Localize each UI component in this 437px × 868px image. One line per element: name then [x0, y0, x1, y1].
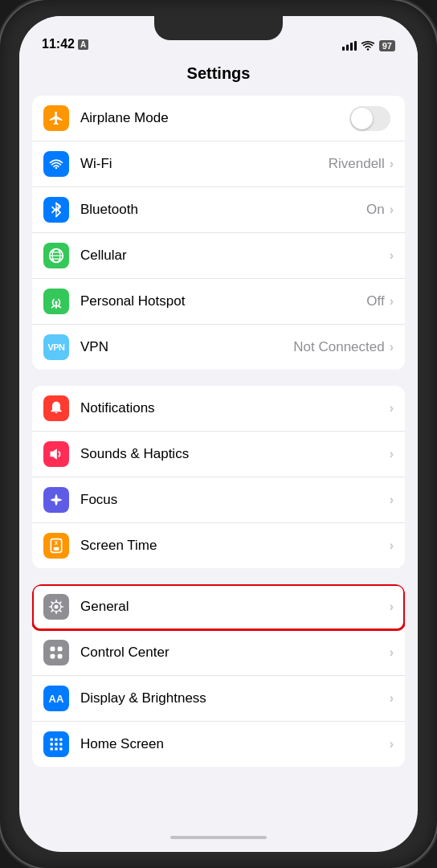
svg-rect-19 [58, 654, 63, 659]
hotspot-label: Personal Hotspot [80, 293, 366, 309]
wifi-icon-wrap [43, 151, 69, 177]
airplane-icon [48, 110, 64, 126]
row-homescreen[interactable]: Home Screen › [32, 722, 405, 767]
svg-rect-0 [342, 47, 345, 51]
signal-icon [342, 41, 357, 51]
section-connectivity: Airplane Mode Wi-Fi Rivendell › [32, 96, 405, 370]
sounds-icon [48, 446, 64, 462]
homescreen-icon [48, 736, 64, 752]
lock-icon: A [78, 39, 88, 50]
row-cellular[interactable]: Cellular › [32, 233, 405, 279]
svg-rect-21 [55, 739, 57, 741]
home-indicator-area [19, 836, 418, 845]
svg-rect-3 [354, 41, 357, 51]
display-chevron: › [390, 691, 394, 706]
svg-rect-17 [58, 647, 63, 652]
wifi-value: Rivendell [329, 156, 385, 172]
toggle-thumb [351, 108, 373, 129]
hotspot-value: Off [366, 293, 384, 309]
svg-point-14 [55, 605, 59, 609]
svg-marker-10 [51, 448, 57, 459]
svg-rect-28 [59, 747, 62, 750]
bluetooth-chevron: › [390, 203, 394, 217]
svg-rect-12 [54, 547, 59, 551]
screentime-icon-wrap: X [43, 533, 69, 559]
wifi-chevron: › [390, 157, 394, 171]
svg-text:X: X [55, 540, 59, 546]
screentime-icon: X [48, 538, 64, 554]
display-icon-wrap: AA [43, 686, 69, 711]
battery-display: 97 [379, 40, 395, 51]
airplane-toggle[interactable] [349, 106, 390, 131]
svg-rect-27 [55, 747, 57, 750]
row-general[interactable]: General › [32, 584, 405, 630]
row-bluetooth[interactable]: Bluetooth On › [32, 187, 405, 233]
phone-inner: 11:42 A 97 [19, 16, 418, 852]
wifi-status-icon [361, 41, 374, 51]
status-icons: 97 [342, 40, 395, 51]
svg-rect-2 [350, 43, 353, 51]
svg-rect-24 [55, 743, 57, 745]
sounds-icon-wrap [43, 441, 69, 467]
wifi-label: Wi-Fi [80, 156, 329, 172]
row-controlcenter[interactable]: Control Center › [32, 630, 405, 676]
time-display: 11:42 [42, 37, 75, 51]
row-hotspot[interactable]: Personal Hotspot Off › [32, 279, 405, 325]
phone-frame: 11:42 A 97 [0, 0, 437, 868]
svg-rect-1 [346, 45, 349, 51]
homescreen-label: Home Screen [80, 736, 390, 752]
focus-icon-wrap [43, 487, 69, 513]
general-label: General [80, 599, 390, 615]
bluetooth-label: Bluetooth [80, 202, 366, 218]
svg-rect-18 [51, 654, 55, 659]
row-vpn[interactable]: VPN VPN Not Connected › [32, 325, 405, 370]
svg-rect-23 [51, 743, 53, 745]
home-indicator [170, 836, 267, 839]
row-sounds[interactable]: Sounds & Haptics › [32, 432, 405, 477]
controlcenter-chevron: › [390, 645, 394, 660]
svg-rect-25 [59, 743, 62, 745]
general-icon-wrap [43, 594, 69, 620]
focus-chevron: › [390, 493, 394, 507]
section-notifications: Notifications › Sounds & Haptics › [32, 386, 405, 568]
notifications-chevron: › [390, 401, 394, 416]
cellular-label: Cellular [80, 248, 390, 264]
notifications-icon [48, 400, 64, 416]
cellular-icon-wrap [43, 243, 69, 268]
notch [154, 16, 283, 40]
controlcenter-icon-wrap [43, 640, 69, 665]
notifications-label: Notifications [80, 400, 390, 416]
screentime-label: Screen Time [80, 538, 390, 554]
sounds-label: Sounds & Haptics [80, 446, 390, 462]
bluetooth-icon-wrap [43, 197, 69, 223]
row-airplane[interactable]: Airplane Mode [32, 96, 405, 141]
homescreen-icon-wrap [43, 731, 69, 757]
vpn-value: Not Connected [293, 339, 384, 355]
wifi-icon [48, 156, 64, 172]
vpn-text-icon: VPN [47, 342, 64, 352]
homescreen-chevron: › [390, 737, 394, 751]
airplane-label: Airplane Mode [80, 110, 349, 126]
status-time: 11:42 A [42, 37, 88, 51]
svg-rect-22 [59, 739, 62, 741]
row-screentime[interactable]: X Screen Time › [32, 523, 405, 568]
row-focus[interactable]: Focus › [32, 477, 405, 523]
display-label: Display & Brightness [80, 690, 390, 706]
screentime-chevron: › [390, 538, 394, 553]
hotspot-icon [47, 293, 65, 309]
row-wifi[interactable]: Wi-Fi Rivendell › [32, 141, 405, 187]
focus-icon [48, 492, 64, 508]
notifications-icon-wrap [43, 395, 69, 421]
page-title: Settings [19, 56, 418, 96]
airplane-icon-wrap [43, 105, 69, 131]
row-display[interactable]: AA Display & Brightness › [32, 676, 405, 722]
controlcenter-label: Control Center [80, 645, 390, 661]
cellular-icon [48, 248, 64, 264]
cellular-chevron: › [390, 248, 394, 263]
hotspot-chevron: › [390, 294, 394, 309]
vpn-label: VPN [80, 339, 293, 355]
controlcenter-icon [48, 645, 64, 661]
bluetooth-icon [49, 202, 63, 218]
svg-rect-16 [51, 647, 55, 652]
row-notifications[interactable]: Notifications › [32, 386, 405, 432]
